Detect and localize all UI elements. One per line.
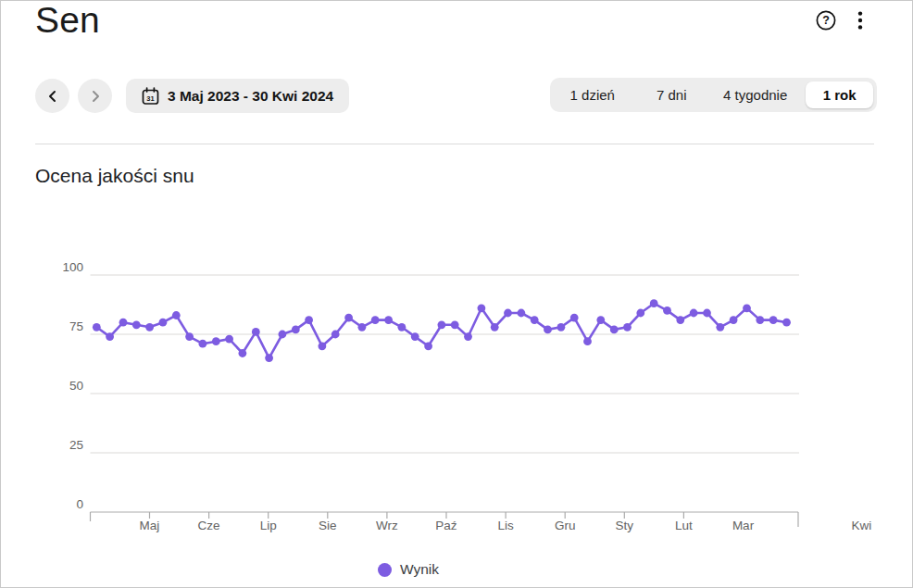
data-point[interactable] [159,319,168,327]
svg-text:31: 31 [146,94,154,103]
data-point[interactable] [610,326,619,334]
data-point[interactable] [93,323,101,332]
data-point[interactable] [716,323,724,332]
data-point[interactable] [199,340,207,348]
data-point[interactable] [411,332,419,341]
data-point[interactable] [703,309,711,318]
data-point[interactable] [344,314,353,322]
data-point[interactable] [743,304,751,312]
next-period-button[interactable] [78,79,112,113]
data-point[interactable] [279,331,287,339]
data-point[interactable] [531,316,539,324]
y-axis-tick-label: 75 [69,319,83,333]
data-point[interactable] [782,319,791,327]
data-point[interactable] [106,332,114,341]
x-axis-tick-label: Wrz [376,519,398,532]
kebab-menu-icon [857,9,863,31]
x-axis-tick-label: Sie [319,519,337,532]
sleep-score-chart: 0255075100MajCzeLipSieWrzPaźLisGruStyLut… [0,243,913,548]
period-tab-4-tygodnie[interactable]: 4 tygodnie [708,78,802,112]
data-point[interactable] [769,316,778,324]
data-point[interactable] [676,316,684,324]
data-point[interactable] [504,309,512,318]
data-point[interactable] [371,316,380,324]
svg-text:?: ? [822,14,830,27]
data-point[interactable] [292,326,300,334]
data-point[interactable] [650,299,658,307]
data-point[interactable] [212,337,220,345]
data-point[interactable] [265,354,273,362]
data-point[interactable] [730,316,738,324]
x-axis-tick-label: Gru [555,519,576,532]
data-point[interactable] [331,331,340,339]
data-point[interactable] [119,319,128,327]
data-point[interactable] [491,323,499,332]
chart-title: Ocena jakości snu [35,165,194,187]
data-point[interactable] [451,320,459,329]
x-axis-tick-label: Cze [198,519,220,532]
data-point[interactable] [185,332,194,341]
calendar-icon: 31 [142,87,159,106]
x-axis-tick-label: Sty [616,519,634,532]
y-axis-tick-label: 100 [62,260,83,274]
x-axis-tick-label: Lut [675,519,693,532]
data-point[interactable] [623,323,632,332]
data-point[interactable] [239,349,247,357]
x-axis-tick-label: Kwi [852,519,872,532]
help-button[interactable]: ? [815,9,837,31]
data-point[interactable] [305,316,313,324]
data-point[interactable] [518,309,526,318]
trend-line [96,304,786,358]
help-icon: ? [815,9,837,31]
period-tab-1-rok[interactable]: 1 rok [806,81,873,108]
data-point[interactable] [690,309,698,318]
page-title: Sen [35,0,100,41]
divider [35,144,874,144]
data-point[interactable] [596,316,605,324]
data-point[interactable] [756,316,764,324]
data-point[interactable] [438,320,446,329]
data-point[interactable] [424,342,432,350]
data-point[interactable] [145,323,154,332]
data-point[interactable] [557,323,566,332]
legend-dot-icon [378,563,392,577]
y-axis-tick-label: 50 [69,379,83,393]
x-axis-tick-label: Mar [732,519,755,532]
data-point[interactable] [464,332,472,341]
data-point[interactable] [544,326,552,334]
data-point[interactable] [132,320,141,329]
date-range-label: 3 Maj 2023 - 30 Kwi 2024 [168,88,333,105]
chevron-left-icon [46,90,59,103]
data-point[interactable] [172,311,181,319]
date-range-button[interactable]: 31 3 Maj 2023 - 30 Kwi 2024 [126,79,349,113]
period-tab-7-dni[interactable]: 7 dni [634,78,708,112]
x-axis-tick-label: Maj [140,519,160,532]
data-point[interactable] [636,309,644,318]
y-axis-tick-label: 0 [76,497,83,511]
legend-label: Wynik [400,561,439,578]
data-point[interactable] [398,323,406,332]
data-point[interactable] [384,316,393,324]
chevron-right-icon [89,90,102,103]
prev-period-button[interactable] [35,79,69,113]
overflow-menu-button[interactable] [857,9,863,31]
period-tab-1-dzien[interactable]: 1 dzień [550,78,634,112]
x-axis-tick-label: Lip [260,519,277,532]
data-point[interactable] [319,342,327,350]
data-point[interactable] [225,335,233,344]
data-point[interactable] [583,337,592,345]
period-selector: 1 dzień 7 dni 4 tygodnie 1 rok [550,78,877,112]
x-axis-tick-label: Paź [435,519,457,532]
header-actions: ? [815,9,863,31]
chart-legend: Wynik [378,561,439,578]
data-point[interactable] [570,314,579,322]
x-axis-tick-label: Lis [497,519,514,532]
data-point[interactable] [252,328,260,336]
data-point[interactable] [358,323,367,332]
data-point[interactable] [478,304,486,312]
y-axis-tick-label: 25 [69,438,83,452]
data-point[interactable] [663,307,671,315]
